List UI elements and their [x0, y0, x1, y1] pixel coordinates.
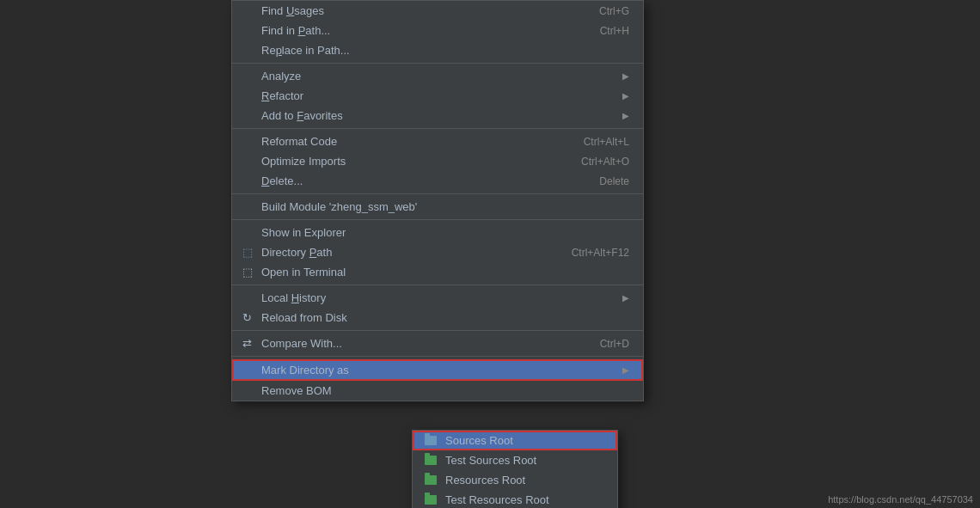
- sources-root-icon: [423, 435, 438, 447]
- context-menu: Find Usages Ctrl+G Find in Path... Ctrl+…: [231, 0, 644, 401]
- submenu-sources-root[interactable]: Sources Root: [413, 431, 617, 450]
- watermark: https://blog.csdn.net/qq_44757034: [828, 494, 973, 505]
- remove-bom-label: Remove BOM: [261, 384, 629, 397]
- test-sources-label: Test Sources Root: [445, 454, 536, 467]
- menu-reformat[interactable]: Reformat Code Ctrl+Alt+L: [232, 132, 643, 151]
- analyze-label: Analyze: [261, 70, 622, 83]
- compare-shortcut: Ctrl+D: [600, 338, 629, 350]
- menu-show-explorer[interactable]: Show in Explorer: [232, 223, 643, 242]
- resources-root-label: Resources Root: [445, 474, 525, 487]
- submenu-resources-root[interactable]: Resources Root: [413, 470, 617, 490]
- separator-7: [232, 356, 643, 357]
- local-history-label: Local History: [261, 291, 622, 304]
- menu-mark-directory-as[interactable]: Mark Directory as: [232, 359, 643, 381]
- reformat-label: Reformat Code: [261, 135, 558, 148]
- optimize-shortcut: Ctrl+Alt+O: [581, 156, 629, 168]
- menu-delete[interactable]: Delete... Delete: [232, 171, 643, 191]
- menu-find-usages[interactable]: Find Usages Ctrl+G: [232, 1, 643, 21]
- reload-icon: ↻: [242, 311, 256, 324]
- compare-label: Compare With...: [261, 337, 574, 350]
- separator-6: [232, 330, 643, 331]
- terminal-label: Open in Terminal: [261, 266, 629, 278]
- dir-path-label: Directory Path: [261, 246, 546, 259]
- menu-remove-bom[interactable]: Remove BOM: [232, 381, 643, 401]
- mark-dir-submenu: Sources Root Test Sources Root Resources…: [412, 430, 618, 508]
- menu-reload-disk[interactable]: ↻ Reload from Disk: [232, 308, 643, 327]
- replace-label: Replace in Path...: [261, 44, 603, 57]
- menu-optimize-imports[interactable]: Optimize Imports Ctrl+Alt+O: [232, 151, 643, 171]
- separator-4: [232, 219, 643, 220]
- sources-root-label: Sources Root: [445, 434, 513, 447]
- find-path-label: Find in Path...: [261, 24, 574, 37]
- menu-add-favorites[interactable]: Add to Favorites: [232, 106, 643, 125]
- menu-build-module[interactable]: Build Module 'zheng_ssm_web': [232, 197, 643, 217]
- reload-label: Reload from Disk: [261, 311, 629, 324]
- test-sources-icon: [423, 455, 438, 467]
- mark-dir-label: Mark Directory as: [261, 364, 622, 376]
- menu-find-in-path[interactable]: Find in Path... Ctrl+H: [232, 21, 643, 40]
- refactor-label: Refactor: [261, 89, 622, 102]
- menu-directory-path[interactable]: ⬚ Directory Path Ctrl+Alt+F12: [232, 242, 643, 262]
- menu-compare-with[interactable]: ⇄ Compare With... Ctrl+D: [232, 334, 643, 353]
- submenu-test-sources-root[interactable]: Test Sources Root: [413, 450, 617, 470]
- dir-path-icon: ⬚: [242, 246, 256, 259]
- delete-label: Delete...: [261, 174, 573, 187]
- separator-3: [232, 193, 643, 194]
- build-label: Build Module 'zheng_ssm_web': [261, 200, 629, 213]
- separator-5: [232, 285, 643, 285]
- menu-refactor[interactable]: Refactor: [232, 86, 643, 106]
- menu-analyze[interactable]: Analyze: [232, 66, 643, 86]
- find-usages-shortcut: Ctrl+G: [599, 5, 629, 17]
- submenu-test-resources-root[interactable]: Test Resources Root: [413, 490, 617, 508]
- dir-path-shortcut: Ctrl+Alt+F12: [572, 247, 629, 259]
- terminal-icon: ⬚: [242, 266, 256, 278]
- find-usages-label: Find Usages: [261, 4, 573, 17]
- reformat-shortcut: Ctrl+Alt+L: [584, 136, 629, 148]
- watermark-text: https://blog.csdn.net/qq_44757034: [828, 494, 973, 505]
- test-resources-label: Test Resources Root: [445, 493, 549, 506]
- favorites-label: Add to Favorites: [261, 109, 622, 122]
- menu-local-history[interactable]: Local History: [232, 288, 643, 308]
- separator-1: [232, 63, 643, 64]
- compare-icon: ⇄: [242, 337, 256, 350]
- optimize-label: Optimize Imports: [261, 155, 555, 168]
- menu-open-terminal[interactable]: ⬚ Open in Terminal: [232, 262, 643, 282]
- separator-2: [232, 128, 643, 129]
- find-path-shortcut: Ctrl+H: [600, 25, 629, 37]
- delete-shortcut: Delete: [599, 175, 629, 187]
- menu-replace-in-path[interactable]: Replace in Path...: [232, 40, 643, 60]
- resources-root-icon: [423, 474, 438, 487]
- test-resources-icon: [423, 494, 438, 506]
- show-explorer-label: Show in Explorer: [261, 226, 629, 239]
